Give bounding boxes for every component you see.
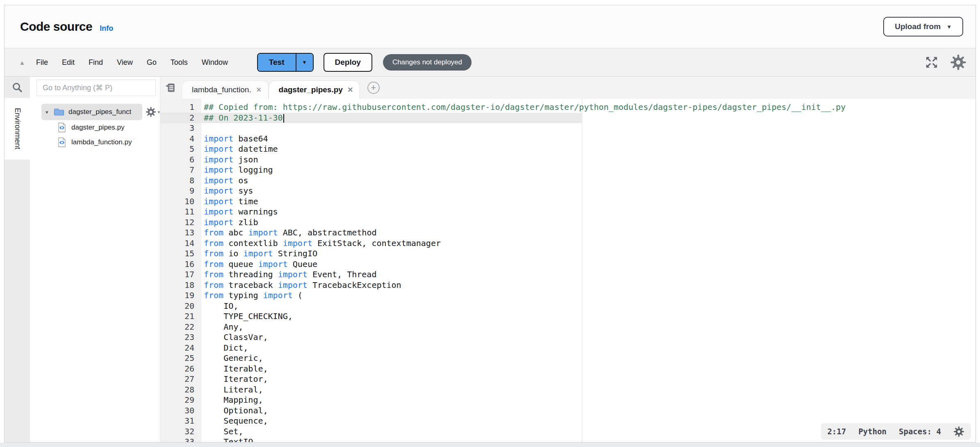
code-line-16[interactable]: 16from queue import Queue (160, 259, 975, 270)
test-button[interactable]: Test (258, 54, 296, 71)
indentation-setting[interactable]: Spaces: 4 (899, 427, 941, 436)
code-line-25[interactable]: 25 Generic, (160, 353, 975, 364)
code-line-23[interactable]: 23 ClassVar, (160, 332, 975, 343)
environment-tab[interactable]: Environment (5, 98, 30, 160)
menu-find[interactable]: Find (82, 58, 110, 67)
header: Code source Info Upload from ▼ (5, 5, 975, 48)
folder-expand-caret-icon[interactable]: ▾ (46, 109, 54, 115)
status-gear-icon[interactable] (953, 426, 964, 437)
menu-file[interactable]: File (29, 58, 55, 67)
code-line-14[interactable]: 14from contextlib import ExitStack, cont… (160, 238, 975, 249)
code-text: import os (204, 176, 248, 186)
code-line-11[interactable]: 11import warnings (160, 207, 975, 217)
code-line-6[interactable]: 6import json (160, 155, 975, 165)
goto-anything-input[interactable] (36, 80, 156, 96)
code-line-8[interactable]: 8import os (160, 176, 975, 186)
menu-window[interactable]: Window (195, 58, 235, 67)
tab-dagster-pipes[interactable]: dagster_pipes.py × (269, 80, 360, 99)
code-text: import json (204, 155, 258, 165)
line-number: 24 (160, 343, 194, 353)
line-number: 9 (160, 186, 194, 196)
code-text: import base64 (204, 134, 268, 144)
code-line-2[interactable]: 2## On 2023-11-30 (160, 113, 975, 123)
code-line-20[interactable]: 20 IO, (160, 301, 975, 312)
code-lines: 1## Copied from: https://raw.githubuserc… (160, 102, 975, 442)
gear-icon (146, 107, 156, 117)
code-text: import logging (204, 165, 273, 176)
code-line-10[interactable]: 10import time (160, 196, 975, 207)
line-number: 23 (160, 332, 194, 343)
cursor-position[interactable]: 2:17 (827, 427, 846, 436)
code-text: from contextlib import ExitStack, contex… (204, 238, 441, 249)
menu-tools[interactable]: Tools (164, 58, 195, 67)
line-number: 11 (160, 207, 194, 217)
tab-label: lambda_function. (192, 85, 251, 94)
code-line-18[interactable]: 18from traceback import TracebackExcepti… (160, 280, 975, 291)
line-number: 22 (160, 322, 194, 333)
code-line-3[interactable]: 3 (160, 123, 975, 134)
line-number: 16 (160, 259, 194, 270)
code-line-26[interactable]: 26 Iterable, (160, 364, 975, 374)
code-text: Generic, (204, 353, 263, 364)
code-source-card: Code source Info Upload from ▼ ▲ FileEdi… (4, 5, 976, 442)
search-icon[interactable] (5, 77, 30, 98)
tab-list-icon[interactable] (164, 77, 178, 99)
deploy-button[interactable]: Deploy (324, 53, 372, 72)
menu-edit[interactable]: Edit (55, 58, 82, 67)
line-number: 12 (160, 217, 194, 228)
tree-settings-gear[interactable]: ▾ (146, 107, 160, 117)
menu-view[interactable]: View (110, 58, 140, 67)
menu-go[interactable]: Go (140, 58, 164, 67)
fullscreen-icon[interactable] (925, 55, 939, 69)
code-line-5[interactable]: 5import datetime (160, 144, 975, 155)
file-label: lambda_function.py (71, 138, 132, 146)
code-line-22[interactable]: 22 Any, (160, 322, 975, 333)
line-number: 15 (160, 249, 194, 259)
code-text: import warnings (204, 207, 278, 217)
code-line-29[interactable]: 29 Mapping, (160, 395, 975, 406)
code-line-13[interactable]: 13from abc import ABC, abstractmethod (160, 228, 975, 238)
code-line-4[interactable]: 4import base64 (160, 134, 975, 144)
language-mode[interactable]: Python (858, 427, 887, 436)
line-number: 29 (160, 395, 194, 406)
code-text: from threading import Event, Thread (204, 269, 376, 280)
line-number: 7 (160, 165, 194, 176)
code-line-9[interactable]: 9import sys (160, 186, 975, 196)
upload-from-button[interactable]: Upload from ▼ (883, 17, 963, 36)
line-number: 25 (160, 353, 194, 364)
info-link[interactable]: Info (100, 24, 113, 33)
file-row-dagster-pipes[interactable]: dagster_pipes.py (30, 120, 160, 135)
code-editor[interactable]: 1## Copied from: https://raw.githubuserc… (160, 99, 975, 442)
code-line-12[interactable]: 12import zlib (160, 217, 975, 228)
code-line-19[interactable]: 19from typing import ( (160, 290, 975, 301)
tab-close-icon[interactable]: × (256, 86, 262, 94)
code-line-28[interactable]: 28 Literal, (160, 385, 975, 395)
file-row-lambda-function[interactable]: lambda_function.py (30, 135, 160, 150)
code-text: Mapping, (204, 395, 263, 406)
line-number: 18 (160, 280, 194, 291)
code-line-21[interactable]: 21 TYPE_CHECKING, (160, 311, 975, 322)
code-text: ClassVar, (204, 332, 268, 343)
code-text: Any, (204, 322, 243, 333)
code-line-30[interactable]: 30 Optional, (160, 406, 975, 416)
code-line-27[interactable]: 27 Iterator, (160, 374, 975, 385)
code-line-7[interactable]: 7import logging (160, 165, 975, 176)
code-line-17[interactable]: 17from threading import Event, Thread (160, 269, 975, 280)
tab-close-icon[interactable]: × (348, 86, 353, 94)
new-tab-icon[interactable]: + (367, 82, 380, 94)
test-dropdown-button[interactable]: ▼ (296, 54, 313, 71)
tab-lambda-function[interactable]: lambda_function. × (182, 80, 269, 99)
code-text: from traceback import TracebackException (204, 280, 401, 291)
test-split-button[interactable]: Test ▼ (257, 53, 314, 72)
editor-column: lambda_function. × dagster_pipes.py × + … (160, 77, 975, 442)
code-line-24[interactable]: 24 Dict, (160, 343, 975, 353)
collapse-panel-icon[interactable]: ▲ (15, 59, 29, 66)
test-button-label: Test (269, 58, 285, 67)
page-title: Code source (20, 20, 92, 34)
code-text: import zlib (204, 217, 258, 228)
settings-gear-icon[interactable] (950, 54, 966, 71)
line-number: 2 (160, 113, 194, 123)
folder-dagster-pipes-function[interactable]: ▾ dagster_pipes_funct (41, 104, 142, 120)
code-line-15[interactable]: 15from io import StringIO (160, 249, 975, 259)
code-line-1[interactable]: 1## Copied from: https://raw.githubuserc… (160, 102, 975, 113)
